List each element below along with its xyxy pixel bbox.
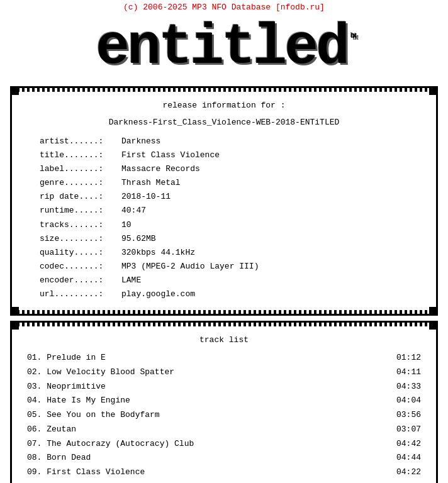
track-name: 03. Neoprimitive [27,380,106,394]
metadata-row: tracks......: 10 [40,218,421,232]
metadata-value: 95.62MB [121,232,156,246]
track-row: 08. Born Dead04:44 [27,451,421,465]
tracklist-title: track list [27,335,421,345]
track-row: 04. Hate Is My Engine04:04 [27,394,421,408]
metadata-row: label.......: Massacre Records [40,162,421,176]
metadata-key: codec.......: [40,260,121,274]
track-row: 03. Neoprimitive04:33 [27,380,421,394]
metadata-key: title.......: [40,148,121,162]
metadata-row: runtime.....: 40:47 [40,204,421,218]
metadata-row: url.........: play.google.com [40,287,421,301]
metadata-key: rip date....: [40,190,121,204]
metadata-row: size........: 95.62MB [40,232,421,246]
metadata-value: 320kbps 44.1kHz [121,246,195,260]
logo-area: entitledhX! [0,13,448,81]
tracklist-content: track list 01. Prelude in E01:1202. Low … [12,326,436,483]
track-time: 05:56 [396,480,421,483]
metadata-key: tracks......: [40,218,121,232]
tracklist-rows: 01. Prelude in E01:1202. Low Velocity Bl… [27,351,421,483]
metadata-key: url.........: [40,287,121,301]
metadata-value: play.google.com [121,287,195,301]
metadata-block: artist......: Darknesstitle.......: Firs… [27,135,421,301]
track-time: 04:11 [396,365,421,380]
metadata-value: First Class Violence [121,148,220,162]
track-time: 04:44 [396,451,421,465]
metadata-value: Massacre Records [121,162,200,176]
track-name: 06. Zeutan [27,423,76,437]
release-info-content: release information for : Darkness-First… [12,92,436,310]
copyright-text: (c) 2006-2025 MP3 NFO Database [nfodb.ru… [0,0,448,13]
metadata-key: quality.....: [40,246,121,260]
track-name: 05. See You on the Bodyfarm [27,408,160,423]
metadata-row: title.......: First Class Violence [40,148,421,162]
track-row: 09. First Class Violence04:22 [27,465,421,480]
track-name: 07. The Autocrazy (Autocracy) Club [27,437,194,452]
track-name: 09. First Class Violence [27,465,145,480]
metadata-value: 10 [121,218,132,232]
track-time: 04:42 [396,437,421,452]
metadata-row: codec.......: MP3 (MPEG-2 Audio Layer II… [40,260,421,274]
track-time: 03:07 [396,423,421,437]
track-time: 01:12 [396,351,421,365]
track-row: 02. Low Velocity Blood Spatter04:11 [27,365,421,380]
copyright-bar: (c) 2006-2025 MP3 NFO Database [nfodb.ru… [0,0,448,13]
metadata-value: Darkness [121,135,160,148]
metadata-row: quality.....: 320kbps 44.1kHz [40,246,421,260]
release-info-panel: release information for : Darkness-First… [10,86,438,316]
metadata-row: genre.......: Thrash Metal [40,176,421,190]
logo-text: entitledhX! [96,19,352,76]
metadata-row: rip date....: 2018-10-11 [40,190,421,204]
metadata-key: artist......: [40,135,121,148]
metadata-value: MP3 (MPEG-2 Audio Layer III) [121,260,259,274]
track-time: 04:04 [396,394,421,408]
track-name: 01. Prelude in E [27,351,106,365]
metadata-key: label.......: [40,162,121,176]
track-time: 03:56 [396,408,421,423]
track-time: 04:22 [396,465,421,480]
metadata-key: size........: [40,232,121,246]
track-name: 02. Low Velocity Blood Spatter [27,365,174,380]
track-row: 06. Zeutan03:07 [27,423,421,437]
metadata-key: runtime.....: [40,204,121,218]
release-title-line2: Darkness-First_Class_Violence-WEB-2018-E… [27,118,421,127]
track-row: 10. I Betray05:56 [27,480,421,483]
track-name: 08. Born Dead [27,451,91,465]
tracklist-panel: track list 01. Prelude in E01:1202. Low … [10,321,438,483]
hx-badge: hX! [350,32,356,40]
metadata-row: artist......: Darkness [40,135,421,148]
track-time: 04:33 [396,380,421,394]
metadata-value: 2018-10-11 [121,190,171,204]
metadata-key: genre.......: [40,176,121,190]
track-name: 10. I Betray [27,480,86,483]
metadata-row: encoder.....: LAME [40,274,421,287]
track-row: 01. Prelude in E01:12 [27,351,421,365]
track-row: 05. See You on the Bodyfarm03:56 [27,408,421,423]
metadata-value: 40:47 [121,204,146,218]
track-row: 07. The Autocrazy (Autocracy) Club04:42 [27,437,421,452]
metadata-value: LAME [121,274,141,287]
metadata-value: Thrash Metal [121,176,181,190]
release-title-line1: release information for : [27,101,421,110]
track-name: 04. Hate Is My Engine [27,394,130,408]
metadata-key: encoder.....: [40,274,121,287]
